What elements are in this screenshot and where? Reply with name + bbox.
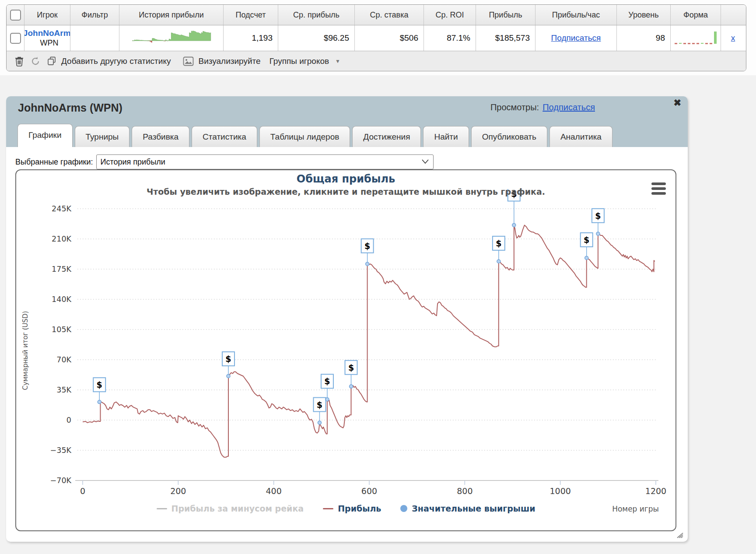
svg-text:−70K: −70K: [50, 476, 72, 485]
player-groups-label: Группы игроков: [270, 56, 329, 66]
filter-cell: [70, 25, 119, 51]
tab-analytics[interactable]: Аналитика: [550, 126, 612, 147]
col-remove: [721, 5, 745, 25]
subscribe-link-row[interactable]: Подписаться: [551, 33, 601, 43]
col-player: Игрок: [24, 5, 70, 25]
svg-text:$: $: [324, 376, 330, 386]
subscribe-link-panel[interactable]: Подписаться: [542, 102, 595, 112]
svg-text:0: 0: [66, 416, 71, 424]
table-row: JohnNoArms WPN 1,193 $96.25 $506 87.1% $…: [7, 25, 746, 51]
profit-history-sparkline: [131, 29, 212, 47]
caret-down-icon: ▼: [335, 58, 340, 64]
svg-text:$: $: [584, 235, 589, 245]
trash-icon: [14, 56, 24, 67]
svg-text:35K: 35K: [56, 386, 71, 394]
add-statistic-button[interactable]: Добавить другую статистику: [47, 56, 171, 66]
svg-text:1200: 1200: [645, 486, 666, 496]
svg-text:200: 200: [170, 486, 186, 496]
svg-text:70K: 70K: [56, 355, 71, 364]
panel-title: JohnNoArms (WPN): [18, 102, 122, 114]
svg-text:$: $: [364, 241, 370, 251]
col-filter: Фильтр: [70, 5, 119, 25]
col-profit: Прибыль: [476, 5, 536, 25]
svg-text:Суммарный итог (USD): Суммарный итог (USD): [21, 311, 29, 390]
svg-text:$: $: [496, 238, 501, 248]
image-icon: [183, 56, 194, 66]
row-checkbox[interactable]: [10, 33, 21, 44]
col-level: Уровень: [617, 5, 671, 25]
col-profit-hour: Прибыль/час: [536, 5, 617, 25]
profit-history-sparkline-cell[interactable]: [119, 25, 224, 51]
col-avg-stake: Ср. ставка: [355, 5, 424, 25]
legend-item-profit[interactable]: Прибыль: [323, 504, 381, 513]
form-sparkline-cell: [671, 25, 721, 51]
svg-text:1000: 1000: [550, 486, 570, 496]
hamburger-icon: [651, 182, 666, 185]
svg-text:$: $: [348, 363, 354, 372]
chart-type-select[interactable]: История прибыли: [96, 154, 434, 169]
form-sparkline: [673, 29, 718, 47]
select-all-checkbox[interactable]: [10, 10, 21, 21]
tab-leaderboards[interactable]: Таблицы лидеров: [259, 126, 350, 147]
panel-header: JohnNoArms (WPN) Просмотры: Подписаться …: [6, 96, 688, 147]
svg-text:105K: 105K: [52, 325, 71, 334]
profit-cell: $185,573: [476, 25, 536, 51]
delete-button[interactable]: [14, 56, 24, 67]
svg-text:245K: 245K: [52, 204, 71, 213]
svg-text:600: 600: [361, 486, 377, 496]
legend-item-wins[interactable]: Значительные выигрыши: [400, 504, 535, 513]
tab-charts[interactable]: Графики: [18, 124, 73, 147]
avg-profit-cell: $96.25: [278, 25, 355, 51]
svg-text:175K: 175K: [52, 265, 71, 273]
svg-text:0: 0: [80, 486, 85, 496]
profit-chart[interactable]: 245K210K175K140K105K70K35K0−35K−70K02004…: [15, 169, 676, 531]
tab-find[interactable]: Найти: [423, 126, 469, 147]
svg-text:140K: 140K: [52, 295, 71, 304]
tab-tournaments[interactable]: Турниры: [75, 126, 130, 147]
resize-gripper[interactable]: [676, 531, 683, 538]
svg-text:800: 800: [457, 486, 472, 496]
col-count: Подсчет: [224, 5, 278, 25]
close-icon[interactable]: ✖: [673, 98, 681, 108]
chart-title: Общая прибыль: [16, 173, 676, 185]
svg-text:210K: 210K: [52, 235, 71, 243]
select-all-header: [7, 5, 24, 25]
chart-type-value: История прибыли: [101, 158, 165, 167]
chart-selector-row: Выбранные графики: История прибыли: [15, 154, 434, 169]
player-stats-table: Игрок Фильтр История прибыли Подсчет Ср.…: [6, 4, 746, 71]
legend-item-rake[interactable]: Прибыль за минусом рейка: [157, 504, 304, 513]
tab-statistics[interactable]: Статистика: [192, 126, 257, 147]
refresh-button[interactable]: [30, 56, 41, 67]
remove-row-link[interactable]: x: [731, 33, 735, 43]
chevron-down-icon: [422, 159, 429, 164]
player-panel: JohnNoArms (WPN) Просмотры: Подписаться …: [6, 96, 688, 542]
svg-text:400: 400: [266, 486, 282, 496]
chart-selector-label: Выбранные графики:: [15, 158, 93, 167]
tabs: ГрафикиТурнирыРазбивкаСтатистикаТаблицы …: [18, 124, 612, 147]
tab-achievements[interactable]: Достижения: [352, 126, 421, 147]
visualize-button[interactable]: Визуализируйте: [183, 56, 260, 66]
chart-menu-button[interactable]: [651, 182, 666, 197]
svg-text:$: $: [595, 211, 601, 221]
avg-roi-cell: 87.1%: [424, 25, 476, 51]
tab-publish[interactable]: Опубликовать: [471, 126, 547, 147]
col-form: Форма: [671, 5, 721, 25]
svg-text:$: $: [97, 380, 102, 389]
x-axis-title: Номер игры: [612, 505, 659, 513]
refresh-icon: [30, 56, 41, 67]
level-cell: 98: [617, 25, 671, 51]
table-header-row: Игрок Фильтр История прибыли Подсчет Ср.…: [7, 5, 746, 25]
player-groups-dropdown[interactable]: Группы игроков ▼: [270, 56, 340, 66]
svg-text:−35K: −35K: [50, 446, 72, 455]
remove-cell: x: [721, 25, 745, 51]
count-cell: 1,193: [224, 25, 278, 51]
row-checkbox-cell: [7, 25, 24, 51]
player-network: WPN: [40, 39, 59, 48]
views-row: Просмотры: Подписаться: [490, 102, 595, 112]
svg-text:$: $: [317, 400, 322, 410]
legend-dash-red: [323, 508, 333, 509]
player-name-link[interactable]: JohnNoArms: [24, 28, 70, 38]
col-avg-profit: Ср. прибыль: [278, 5, 355, 25]
table-toolbar: Добавить другую статистику Визуализируйт…: [7, 51, 746, 71]
tab-breakdown[interactable]: Разбивка: [132, 126, 189, 147]
